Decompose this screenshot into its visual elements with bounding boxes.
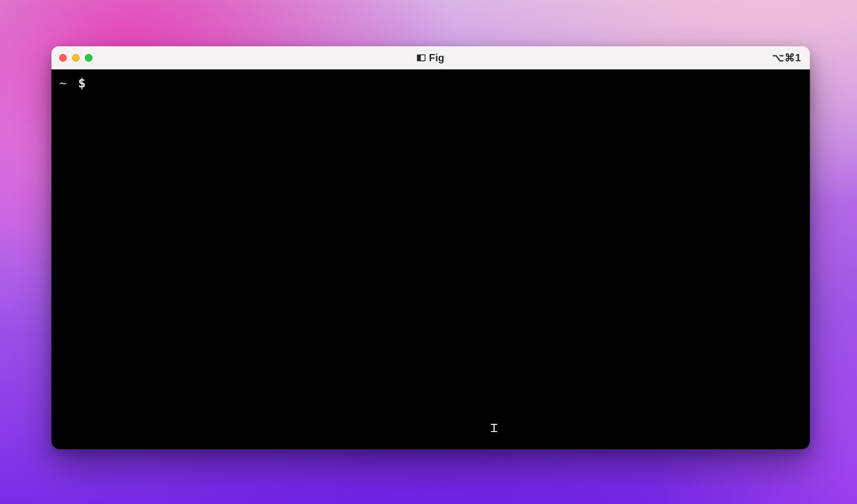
sidebar-toggle-icon (417, 54, 426, 61)
window-controls (51, 54, 93, 62)
window-title: Fig (417, 52, 444, 64)
prompt-line: ~ $ (59, 75, 802, 90)
window-title-text: Fig (429, 52, 444, 64)
maximize-button[interactable] (85, 54, 93, 62)
terminal-window: Fig ⌥⌘1 ~ $ Ꮖ (51, 46, 810, 449)
prompt-path: ~ (59, 75, 67, 90)
window-shortcut-hint: ⌥⌘1 (772, 52, 810, 64)
minimize-button[interactable] (72, 54, 80, 62)
terminal-viewport[interactable]: ~ $ Ꮖ (51, 69, 810, 449)
window-titlebar[interactable]: Fig ⌥⌘1 (51, 46, 810, 69)
text-cursor-icon: Ꮖ (491, 422, 497, 435)
prompt-symbol: $ (78, 75, 86, 90)
close-button[interactable] (59, 54, 67, 62)
